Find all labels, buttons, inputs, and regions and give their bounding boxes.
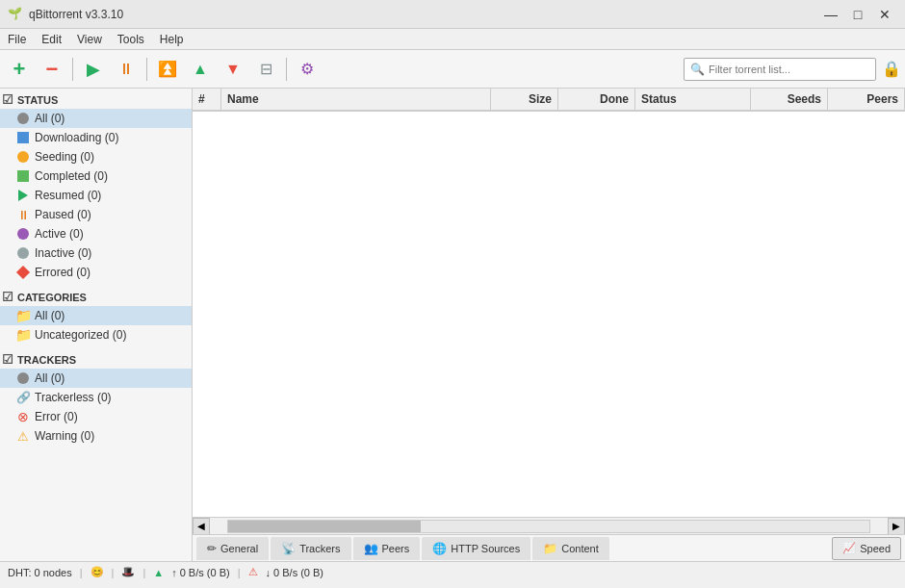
http-sources-tab-icon: 🌐 [432, 542, 447, 555]
scrollbar-thumb[interactable] [228, 521, 421, 532]
bottom-tabs: ✏ General 📡 Trackers 👥 Peers 🌐 HTTP Sour… [193, 534, 905, 561]
error-tracker-icon: ⊗ [15, 409, 31, 424]
sidebar-item-uncategorized[interactable]: 📁 Uncategorized (0) [0, 325, 192, 345]
app-icon: 🌱 [8, 7, 23, 22]
sidebar-item-inactive[interactable]: Inactive (0) [0, 243, 192, 263]
title-bar: 🌱 qBittorrent v3.3.10 — □ ✕ [0, 0, 905, 29]
maximize-button[interactable]: □ [845, 5, 870, 24]
horizontal-scrollbar[interactable]: ◀ ▶ [193, 517, 905, 534]
tab-content-label: Content [561, 543, 599, 554]
menu-tools[interactable]: Tools [110, 29, 152, 49]
dht-status: DHT: 0 nodes [8, 567, 72, 578]
sidebar-item-seeding[interactable]: Seeding (0) [0, 147, 192, 166]
separator-2 [146, 58, 147, 81]
pause-icon: ⏸ [118, 61, 134, 78]
errored-icon [15, 265, 31, 280]
move-top-button[interactable]: ⏫ [152, 54, 183, 85]
menu-help[interactable]: Help [152, 29, 192, 49]
table-body [193, 112, 905, 517]
speed-label: Speed [860, 543, 891, 554]
all-status-icon [15, 111, 31, 126]
search-box: 🔍 [684, 58, 876, 81]
menu-edit[interactable]: Edit [34, 29, 69, 49]
search-icon: 🔍 [690, 63, 705, 76]
separator-dht: | [80, 567, 83, 578]
uncategorized-icon: 📁 [15, 327, 31, 343]
completed-icon [15, 168, 31, 184]
status-section-label: STATUS [17, 94, 58, 106]
tab-peers[interactable]: 👥 Peers [353, 537, 421, 560]
scroll-left-button[interactable]: ◀ [193, 518, 210, 535]
paused-label: Paused (0) [35, 208, 91, 221]
pause-button[interactable]: ⏸ [111, 54, 142, 85]
tab-http-sources[interactable]: 🌐 HTTP Sources [422, 537, 530, 560]
main-layout: ☑ STATUS All (0) Downloading (0) Seeding… [0, 89, 905, 561]
categories-section-label: CATEGORIES [17, 292, 87, 303]
sidebar-item-error-tracker[interactable]: ⊗ Error (0) [0, 407, 192, 426]
error-tracker-label: Error (0) [35, 410, 78, 423]
search-input[interactable] [709, 64, 869, 75]
col-peers[interactable]: Peers [828, 89, 905, 110]
add-torrent-button[interactable]: + [4, 54, 35, 85]
close-button[interactable]: ✕ [872, 5, 897, 24]
scrollbar-track[interactable] [227, 520, 870, 533]
sidebar-item-all-trackers[interactable]: All (0) [0, 369, 192, 388]
col-size[interactable]: Size [491, 89, 558, 110]
trackers-section-header[interactable]: ☑ TRACKERS [0, 348, 192, 369]
menu-bar: File Edit View Tools Help [0, 29, 905, 50]
sidebar-item-completed[interactable]: Completed (0) [0, 166, 192, 186]
remove-torrent-button[interactable]: − [37, 54, 67, 85]
move-down-button[interactable]: ▼ [218, 54, 248, 85]
tab-content[interactable]: 📁 Content [532, 537, 609, 560]
sidebar-item-all-status[interactable]: All (0) [0, 109, 192, 128]
tab-general-label: General [220, 543, 258, 554]
downloading-label: Downloading (0) [35, 131, 118, 144]
speed-button[interactable]: 📈 Speed [832, 537, 901, 560]
separator-speed: | [238, 567, 241, 578]
sidebar-item-trackerless[interactable]: 🔗 Trackerless (0) [0, 388, 192, 407]
col-status[interactable]: Status [635, 89, 751, 110]
trackers-check-icon: ☑ [2, 352, 13, 367]
sidebar-item-paused[interactable]: ⏸ Paused (0) [0, 205, 192, 224]
menu-view[interactable]: View [69, 29, 110, 49]
settings-button[interactable]: ⚙ [292, 54, 323, 85]
hat-icon: 🎩 [121, 566, 135, 578]
col-hash[interactable]: # [193, 89, 221, 110]
sidebar-item-downloading[interactable]: Downloading (0) [0, 128, 192, 147]
resume-button[interactable]: ▶ [78, 54, 109, 85]
sidebar-item-resumed[interactable]: Resumed (0) [0, 186, 192, 205]
tab-peers-label: Peers [382, 543, 410, 554]
separator-1 [72, 58, 73, 81]
categories-check-icon: ☑ [2, 290, 13, 304]
scroll-right-button[interactable]: ▶ [888, 518, 905, 535]
paused-icon: ⏸ [15, 207, 31, 222]
warning-tracker-label: Warning (0) [35, 429, 94, 443]
sidebar-item-warning-tracker[interactable]: ⚠ Warning (0) [0, 426, 192, 446]
warning-status-icon: ⚠ [248, 566, 258, 578]
all-trackers-label: All (0) [35, 371, 65, 385]
table-header: # Name Size Done Status Seeds Peers [193, 89, 905, 112]
col-done[interactable]: Done [558, 89, 635, 110]
down-arrow-icon: ▼ [225, 61, 241, 78]
col-name[interactable]: Name [221, 89, 491, 110]
speed-icon: 📈 [842, 542, 856, 554]
menu-file[interactable]: File [0, 29, 34, 49]
active-label: Active (0) [35, 227, 84, 241]
status-section-header[interactable]: ☑ STATUS [0, 89, 192, 109]
categories-section-header[interactable]: ☑ CATEGORIES [0, 286, 192, 306]
all-trackers-icon [15, 371, 31, 386]
sidebar-item-errored[interactable]: Errored (0) [0, 263, 192, 282]
col-seeds[interactable]: Seeds [751, 89, 828, 110]
sidebar-item-all-categories[interactable]: 📁 All (0) [0, 306, 192, 325]
up-arrow-status-icon: ▲ [153, 567, 164, 578]
filter-icon: ⊟ [260, 60, 272, 78]
trackerless-label: Trackerless (0) [35, 391, 112, 404]
settings-icon: ⚙ [300, 60, 314, 78]
filter-button[interactable]: ⊟ [250, 54, 281, 85]
minimize-button[interactable]: — [818, 5, 843, 24]
tab-trackers[interactable]: 📡 Trackers [271, 537, 350, 560]
tab-general[interactable]: ✏ General [196, 537, 269, 560]
move-up-button[interactable]: ▲ [185, 54, 216, 85]
up-arrow-icon: ▲ [193, 61, 208, 78]
sidebar-item-active[interactable]: Active (0) [0, 224, 192, 243]
